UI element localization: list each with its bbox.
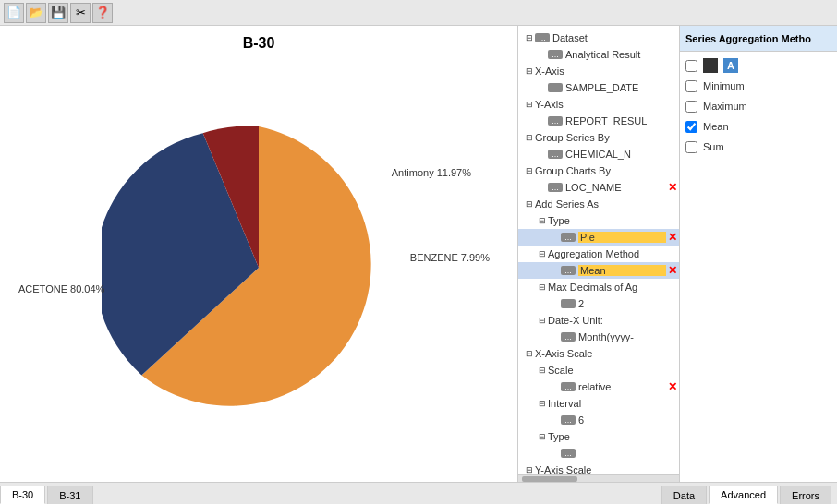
tree-item[interactable]: ⊟X-Axis	[518, 63, 679, 79]
tree-text: Analytical Result	[565, 49, 677, 60]
tree-item[interactable]: ⊟X-Axis Scale	[518, 345, 679, 362]
tree-expand-icon[interactable]: ⊟	[524, 66, 535, 76]
tree-expand-icon[interactable]: ⊟	[537, 282, 548, 292]
checkbox-label: Minimum	[703, 80, 745, 91]
tree-item[interactable]: ...LOC_NAME✕	[518, 179, 679, 196]
tree-text: 2	[578, 298, 677, 309]
tree-expand-icon[interactable]: ⊟	[537, 316, 548, 325]
checkbox-row: Maximum	[685, 96, 831, 116]
tree-item[interactable]: ⊟Aggregation Method	[518, 246, 679, 262]
tree-expand-icon[interactable]: ⊟	[524, 100, 535, 109]
tree-text: X-Axis Scale	[535, 348, 677, 359]
tree-item[interactable]: ⊟Type	[518, 428, 679, 445]
tree-badge: ...	[561, 332, 576, 342]
tree-item[interactable]: ⊟Y-Axis Scale	[518, 462, 679, 474]
tree-expand-icon[interactable]: ⊟	[537, 216, 548, 225]
tree-item[interactable]: ...SAMPLE_DATE	[518, 79, 679, 96]
tree-item[interactable]: ⊟Group Series By	[518, 129, 679, 146]
tree-text: X-Axis	[535, 66, 677, 77]
checkbox-input[interactable]	[685, 60, 698, 72]
tree-badge: ...	[561, 233, 576, 242]
checkbox-input[interactable]	[685, 80, 698, 92]
tree-delete-icon[interactable]: ✕	[668, 231, 677, 244]
acetone-label: ACETONE 80.04%	[18, 283, 104, 294]
tree-scroll[interactable]: ⊟...Dataset...Analytical Result⊟X-Axis..…	[518, 26, 679, 474]
checkbox-input[interactable]	[685, 121, 698, 133]
bottom-tab-right[interactable]: Data	[661, 486, 707, 504]
tree-item[interactable]: ⊟Y-Axis	[518, 96, 679, 113]
tree-item[interactable]: ⊟Group Charts By	[518, 162, 679, 179]
bottom-tab-left[interactable]: B-30	[0, 486, 45, 504]
tree-text: Type	[548, 215, 677, 226]
tree-expand-icon[interactable]: ⊟	[524, 33, 535, 42]
tree-hscroll[interactable]	[518, 474, 679, 482]
tree-item[interactable]: ...Mean✕	[518, 262, 679, 279]
tree-expand-icon[interactable]: ⊟	[524, 133, 535, 142]
tree-item[interactable]: ⊟Type	[518, 212, 679, 229]
tree-text: Max Decimals of Ag	[548, 282, 677, 293]
tree-item[interactable]: ...Pie✕	[518, 229, 679, 246]
cut-button[interactable]: ✂	[70, 3, 91, 23]
bottom-tab-left[interactable]: B-31	[47, 486, 92, 504]
tree-item[interactable]: ⊟Max Decimals of Ag	[518, 279, 679, 295]
tree-text: Date-X Unit:	[548, 315, 677, 326]
checkbox-row: Sum	[685, 137, 831, 157]
chart-area: B-30 Antimony 11.97% BENZENE 7.99% ACETO…	[0, 26, 518, 482]
tree-expand-icon[interactable]: ⊟	[524, 199, 535, 209]
tree-text: 6	[578, 414, 677, 426]
right-panel-content: AMinimumMaximumMeanSum	[680, 52, 837, 482]
tree-text: Pie	[578, 232, 666, 243]
tree-item[interactable]: ⊟...Dataset	[518, 30, 679, 46]
tree-item[interactable]: ⊟Date-X Unit:	[518, 312, 679, 329]
checkbox-label: Maximum	[703, 101, 747, 112]
tree-text: Type	[548, 431, 677, 442]
tree-text: SAMPLE_DATE	[565, 82, 677, 93]
tree-expand-icon[interactable]: ⊟	[537, 249, 548, 258]
tree-delete-icon[interactable]: ✕	[668, 264, 677, 277]
chart-title: B-30	[0, 35, 517, 52]
tree-badge: ...	[561, 299, 576, 308]
tree-expand-icon[interactable]: ⊟	[524, 166, 535, 175]
tree-expand-icon[interactable]: ⊟	[524, 465, 535, 474]
tree-text: Aggregation Method	[548, 248, 677, 259]
help-button[interactable]: ❓	[92, 3, 113, 23]
benzene-label: BENZENE 7.99%	[410, 252, 490, 263]
tree-text: Add Series As	[535, 198, 677, 210]
tree-item[interactable]: ...Month(yyyy-	[518, 329, 679, 345]
checkbox-input[interactable]	[685, 101, 698, 113]
bottom-tab-right[interactable]: Advanced	[709, 486, 778, 504]
tree-expand-icon[interactable]: ⊟	[537, 432, 548, 441]
tree-item[interactable]: ⊟Add Series As	[518, 196, 679, 212]
new-button[interactable]: 📄	[4, 3, 24, 23]
main-content: B-30 Antimony 11.97% BENZENE 7.99% ACETO…	[0, 26, 837, 482]
right-panel: Series Aggregation Metho AMinimumMaximum…	[680, 26, 837, 482]
tree-delete-icon[interactable]: ✕	[668, 380, 677, 393]
tree-item[interactable]: ⊟Interval	[518, 395, 679, 412]
tree-item[interactable]: ...Analytical Result	[518, 46, 679, 63]
save-button[interactable]: 💾	[48, 3, 68, 23]
tree-delete-icon[interactable]: ✕	[668, 181, 677, 194]
antimony-label: Antimony 11.97%	[392, 167, 471, 178]
tree-item[interactable]: ...REPORT_RESUL	[518, 113, 679, 129]
tree-expand-icon[interactable]: ⊟	[524, 349, 535, 358]
checkbox-input[interactable]	[685, 141, 698, 153]
tree-badge: ...	[535, 33, 550, 42]
tree-item[interactable]: ...CHEMICAL_N	[518, 146, 679, 162]
tree-text: REPORT_RESUL	[565, 115, 677, 126]
open-button[interactable]: 📂	[26, 3, 46, 23]
tree-badge: ...	[548, 150, 563, 159]
tree-item[interactable]: ...6	[518, 412, 679, 428]
tree-text: CHEMICAL_N	[565, 149, 677, 160]
tree-badge: ...	[548, 83, 563, 92]
tree-item[interactable]: ...	[518, 445, 679, 462]
tree-text: Y-Axis Scale	[535, 464, 677, 474]
tree-expand-icon[interactable]: ⊟	[537, 399, 548, 408]
bottom-tabs: B-30B-31 DataAdvancedErrors	[0, 482, 837, 504]
tree-item[interactable]: ⊟Scale	[518, 362, 679, 378]
bottom-tab-right[interactable]: Errors	[780, 486, 831, 504]
tree-expand-icon[interactable]: ⊟	[537, 366, 548, 375]
tree-item[interactable]: ...relative✕	[518, 378, 679, 395]
checkbox-label: Sum	[703, 141, 724, 152]
checkbox-label: Mean	[703, 121, 729, 132]
tree-item[interactable]: ...2	[518, 295, 679, 312]
